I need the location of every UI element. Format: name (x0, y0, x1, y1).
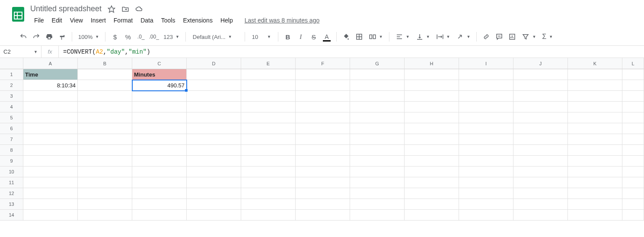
cell-C3[interactable] (132, 91, 187, 102)
cell-G10[interactable] (350, 167, 405, 177)
vertical-align-dropdown[interactable]: ▼ (413, 33, 433, 41)
col-header[interactable]: C (132, 58, 187, 69)
menu-format[interactable]: Format (110, 15, 137, 26)
cell-G4[interactable] (350, 102, 405, 112)
cell-E13[interactable] (241, 199, 296, 210)
cell-A5[interactable] (23, 112, 78, 123)
cell-J3[interactable] (513, 91, 568, 102)
col-header[interactable]: F (296, 58, 350, 69)
cell-G7[interactable] (350, 134, 405, 145)
cell-D10[interactable] (187, 167, 241, 177)
cell-L11[interactable] (622, 177, 644, 188)
menu-edit[interactable]: Edit (48, 15, 66, 26)
cell-B10[interactable] (78, 167, 132, 177)
fill-color-button[interactable] (340, 31, 352, 43)
cell-E4[interactable] (241, 102, 296, 112)
move-folder-icon[interactable] (121, 5, 129, 13)
cell-D8[interactable] (187, 145, 241, 156)
text-color-button[interactable]: A (321, 31, 333, 43)
cell-C10[interactable] (132, 167, 187, 177)
cell-B8[interactable] (78, 145, 132, 156)
cell-J2[interactable] (513, 80, 568, 91)
currency-button[interactable]: $ (109, 31, 121, 43)
cell-F10[interactable] (296, 167, 350, 177)
cell-K7[interactable] (568, 134, 622, 145)
cell-E9[interactable] (241, 156, 296, 167)
borders-button[interactable] (353, 31, 365, 43)
menu-data[interactable]: Data (137, 15, 157, 26)
cell-F14[interactable] (296, 210, 350, 221)
cell-L7[interactable] (622, 134, 644, 145)
cell-H12[interactable] (405, 188, 459, 199)
cell-A14[interactable] (23, 210, 78, 221)
cell-H5[interactable] (405, 112, 459, 123)
cell-I2[interactable] (459, 80, 513, 91)
row-header[interactable]: 11 (0, 177, 23, 188)
menu-extensions[interactable]: Extensions (179, 15, 216, 26)
cell-D13[interactable] (187, 199, 241, 210)
cell-A6[interactable] (23, 123, 78, 134)
cell-L4[interactable] (622, 102, 644, 112)
row-header[interactable]: 2 (0, 80, 23, 91)
insert-chart-button[interactable] (506, 31, 518, 43)
cell-K14[interactable] (568, 210, 622, 221)
cell-H13[interactable] (405, 199, 459, 210)
cell-A4[interactable] (23, 102, 78, 112)
cell-A13[interactable] (23, 199, 78, 210)
cell-C11[interactable] (132, 177, 187, 188)
cell-B3[interactable] (78, 91, 132, 102)
row-header[interactable]: 3 (0, 91, 23, 102)
paint-format-button[interactable] (56, 31, 68, 43)
cell-D1[interactable] (187, 69, 241, 80)
cell-I11[interactable] (459, 177, 513, 188)
row-header[interactable]: 8 (0, 145, 23, 156)
cell-B6[interactable] (78, 123, 132, 134)
cell-J8[interactable] (513, 145, 568, 156)
cell-F12[interactable] (296, 188, 350, 199)
menu-tools[interactable]: Tools (157, 15, 179, 26)
cell-C6[interactable] (132, 123, 187, 134)
cell-L14[interactable] (622, 210, 644, 221)
cell-A2[interactable]: 8:10:34 (23, 80, 78, 91)
cell-E6[interactable] (241, 123, 296, 134)
cell-A9[interactable] (23, 156, 78, 167)
cell-A10[interactable] (23, 167, 78, 177)
cell-J1[interactable] (513, 69, 568, 80)
cell-L8[interactable] (622, 145, 644, 156)
cell-H8[interactable] (405, 145, 459, 156)
decrease-decimal-button[interactable]: .0_ (135, 31, 147, 43)
number-format-dropdown[interactable]: 123▼ (161, 34, 182, 40)
cell-J7[interactable] (513, 134, 568, 145)
cell-G11[interactable] (350, 177, 405, 188)
cell-K9[interactable] (568, 156, 622, 167)
bold-button[interactable]: B (282, 31, 294, 43)
font-size-dropdown[interactable]: 10▼ (249, 34, 274, 40)
row-header[interactable]: 12 (0, 188, 23, 199)
cell-L10[interactable] (622, 167, 644, 177)
cell-C7[interactable] (132, 134, 187, 145)
cell-F5[interactable] (296, 112, 350, 123)
font-dropdown[interactable]: Default (Ari...▼ (189, 34, 241, 40)
cell-D7[interactable] (187, 134, 241, 145)
cell-G5[interactable] (350, 112, 405, 123)
selection-handle[interactable] (185, 89, 188, 92)
col-header[interactable]: L (622, 58, 644, 69)
cell-I7[interactable] (459, 134, 513, 145)
cell-D5[interactable] (187, 112, 241, 123)
cell-J10[interactable] (513, 167, 568, 177)
cell-A8[interactable] (23, 145, 78, 156)
cell-I3[interactable] (459, 91, 513, 102)
zoom-dropdown[interactable]: 100%▼ (76, 34, 102, 40)
cell-G13[interactable] (350, 199, 405, 210)
last-edit-link[interactable]: Last edit was 8 minutes ago (245, 17, 320, 24)
cell-L9[interactable] (622, 156, 644, 167)
cell-K3[interactable] (568, 91, 622, 102)
cell-J13[interactable] (513, 199, 568, 210)
sheets-logo[interactable] (10, 5, 27, 22)
cell-B4[interactable] (78, 102, 132, 112)
functions-dropdown[interactable]: Σ▼ (539, 33, 555, 41)
cell-F3[interactable] (296, 91, 350, 102)
row-header[interactable]: 1 (0, 69, 23, 80)
cell-L3[interactable] (622, 91, 644, 102)
cell-F7[interactable] (296, 134, 350, 145)
